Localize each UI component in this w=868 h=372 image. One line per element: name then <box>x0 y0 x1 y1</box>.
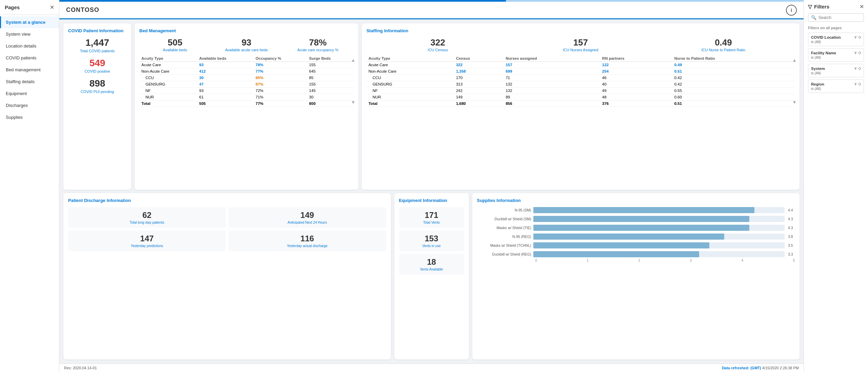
sidebar-close-icon[interactable]: ✕ <box>50 4 54 11</box>
supplies-bar-row: Masks w/ Shield (TIE) 4.3 <box>477 225 795 231</box>
top-cards-row: COVID Patient Information 1,447Total COV… <box>63 23 800 190</box>
filter-clear-icon[interactable]: ◇ <box>858 35 861 39</box>
staffing-card-title: Staffing Information <box>367 28 795 33</box>
sidebar-item-covid-patients[interactable]: COVID patients <box>0 52 59 64</box>
equipment-card: Equipment Information 171Total Vents153V… <box>394 193 469 359</box>
axis-label: 3 <box>690 259 692 262</box>
staffing-table-row: Non-Acute Care 1,358 699 254 0.51 <box>367 68 795 75</box>
footer-refresh: Data refreshed: (GMT) 4/15/2020 2:26:38 … <box>722 366 799 370</box>
staffing-card: Staffing Information 322ICU Census157ICU… <box>362 23 800 190</box>
filter-item-value: is (All) <box>811 87 861 91</box>
equipment-stat: 18Vents Available <box>399 254 464 275</box>
filter-chevron-down-icon[interactable]: ∨ <box>854 51 857 55</box>
staffing-scroll-down-icon[interactable]: ▼ <box>792 99 797 105</box>
discharge-stat: 149Anticipated Next 24 Hours <box>229 207 386 228</box>
equipment-stat: 153Vents in use <box>399 230 464 251</box>
topbar: CONTOSO i <box>59 2 804 19</box>
axis-label: 1 <box>587 259 589 262</box>
filter-item-name: Region <box>811 82 824 86</box>
staffing-table-row: Acute Care 322 157 122 0.49 <box>367 62 795 68</box>
content-area: COVID Patient Information 1,447Total COV… <box>59 19 804 364</box>
sidebar: Pages ✕ System at a glanceSystem viewLoc… <box>0 0 59 372</box>
scroll-down-icon[interactable]: ▼ <box>351 99 356 105</box>
filter-item[interactable]: Facility Name ∨ ◇ is (All) <box>808 48 864 62</box>
bottom-cards-row: Patient Discharge Information 62Total lo… <box>63 193 800 359</box>
sidebar-item-supplies[interactable]: Supplies <box>0 111 59 123</box>
search-icon: 🔍 <box>811 15 816 20</box>
filter-item[interactable]: System ∨ ◇ is (All) <box>808 64 864 77</box>
filter-item-name: System <box>811 67 825 71</box>
staffing-table-row: NUR 149 89 48 0.60 <box>367 94 795 100</box>
filter-item[interactable]: Region ∨ ◇ is (All) <box>808 79 864 93</box>
sidebar-item-system-at-a-glance[interactable]: System at a glance <box>0 16 59 28</box>
filter-icon: ▽ <box>808 4 812 10</box>
filters-panel: ▽ Filters ✕ 🔍 Filters on all pages COVID… <box>804 0 868 372</box>
filter-chevron-down-icon[interactable]: ∨ <box>854 35 857 39</box>
supplies-bar-row: Masks w/ Shield (TCHNL) 3.5 <box>477 242 795 248</box>
search-input[interactable] <box>818 15 861 20</box>
bed-table-row: NUR 61 71% 30 <box>139 94 354 100</box>
discharge-stat: 116Yesterday actual discharge <box>229 230 386 251</box>
bed-management-card: Bed Management 505Available beds93Availa… <box>135 23 358 190</box>
staffing-top-stat: 322ICU Census <box>367 37 509 52</box>
scroll-up-icon[interactable]: ▲ <box>351 57 356 63</box>
axis-label: 0 <box>535 259 537 262</box>
bed-top-stat: 78%Acute care occupancy % <box>282 37 354 52</box>
filters-title-text: Filters <box>814 4 829 10</box>
discharge-stat: 147Yesterday predictions <box>68 230 226 251</box>
bed-table-row: Total 505 77% 800 <box>139 100 354 107</box>
covid-stat: 549COVID positive <box>68 58 126 73</box>
bed-card-title: Bed Management <box>139 28 354 33</box>
covid-card-title: COVID Patient Information <box>68 28 126 33</box>
bed-top-stat: 505Available beds <box>139 37 211 52</box>
filter-chevron-down-icon[interactable]: ∨ <box>854 66 857 71</box>
footer: Rev: 2020.04.14-01 Data refreshed: (GMT)… <box>59 364 804 372</box>
info-button[interactable]: i <box>786 5 797 16</box>
main-content: CONTOSO i COVID Patient Information 1,44… <box>59 0 804 372</box>
filter-clear-icon[interactable]: ◇ <box>858 82 861 86</box>
staffing-table-row: Total 1,680 856 376 0.51 <box>367 100 795 107</box>
filter-clear-icon[interactable]: ◇ <box>858 51 861 55</box>
staffing-top-stat: 0.49ICU Nurse to Patient Ratio <box>652 37 795 52</box>
staffing-top-stat: 157ICU Nurses Assigned <box>509 37 652 52</box>
footer-rev: Rev: 2020.04.14-01 <box>64 366 97 370</box>
search-box[interactable]: 🔍 <box>808 13 864 22</box>
supplies-bar-row: N-95 (REG) 3.8 <box>477 234 795 240</box>
filter-item-value: is (All) <box>811 71 861 75</box>
staffing-table-row: NF 242 132 49 0.55 <box>367 88 795 94</box>
sidebar-header: Pages ✕ <box>0 0 59 15</box>
filter-item[interactable]: COVID Location ∨ ◇ is (All) <box>808 33 864 46</box>
equipment-card-title: Equipment Information <box>399 198 464 203</box>
filters-header: ▽ Filters ✕ <box>808 3 864 10</box>
sidebar-item-staffing-details[interactable]: Staffing details <box>0 76 59 88</box>
sidebar-item-bed-management[interactable]: Bed management <box>0 64 59 76</box>
sidebar-title: Pages <box>5 4 20 10</box>
discharge-card-title: Patient Discharge Information <box>68 198 386 203</box>
filter-chevron-down-icon[interactable]: ∨ <box>854 82 857 86</box>
filter-item-value: is (All) <box>811 40 861 44</box>
bed-table-row: Acute Care 93 78% 155 <box>139 62 354 68</box>
filters-section-label: Filters on all pages <box>808 26 864 30</box>
bed-table-row: NF 93 72% 145 <box>139 88 354 94</box>
supplies-card-title: Supplies Information <box>477 198 795 203</box>
covid-card: COVID Patient Information 1,447Total COV… <box>63 23 131 190</box>
sidebar-item-location-details[interactable]: Location details <box>0 40 59 52</box>
sidebar-item-system-view[interactable]: System view <box>0 28 59 40</box>
axis-label: 2 <box>638 259 640 262</box>
axis-label: 5 <box>793 259 795 262</box>
bed-table-row: GENSURG 47 87% 155 <box>139 81 354 88</box>
staffing-table: Acuity TypeCensusNurses assignedRN partn… <box>367 55 795 107</box>
covid-stat: 898COVID PUI pending <box>68 78 126 94</box>
filter-clear-icon[interactable]: ◇ <box>858 66 861 71</box>
filters-close-icon[interactable]: ✕ <box>860 3 864 10</box>
discharge-stat: 62Total long stay patients <box>68 207 226 228</box>
sidebar-nav: System at a glanceSystem viewLocation de… <box>0 15 59 123</box>
staffing-table-row: CCU 170 71 46 0.42 <box>367 75 795 81</box>
staffing-scroll-up-icon[interactable]: ▲ <box>792 57 797 63</box>
supplies-bar-row: Duckbill w/ Shield (REG) 3.3 <box>477 251 795 257</box>
sidebar-item-equipment[interactable]: Equipment <box>0 88 59 99</box>
sidebar-item-discharges[interactable]: Discharges <box>0 99 59 111</box>
staffing-table-row: GENSURG 313 132 40 0.42 <box>367 81 795 88</box>
discharge-card: Patient Discharge Information 62Total lo… <box>63 193 391 359</box>
bed-top-stat: 93Available acute care beds <box>211 37 282 52</box>
